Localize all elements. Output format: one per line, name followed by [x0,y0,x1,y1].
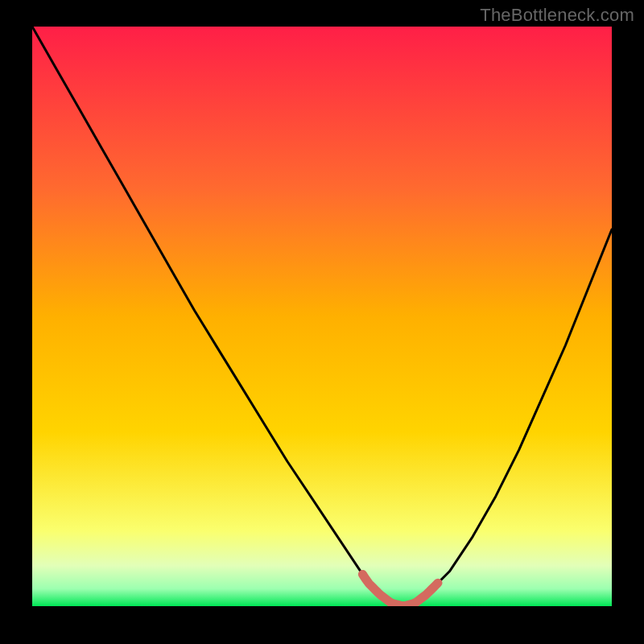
gradient-bg [32,27,612,606]
chart-plot-area [32,27,612,606]
watermark-text: TheBottleneck.com [480,5,634,26]
chart-svg [32,27,612,606]
chart-frame: TheBottleneck.com [0,0,644,644]
